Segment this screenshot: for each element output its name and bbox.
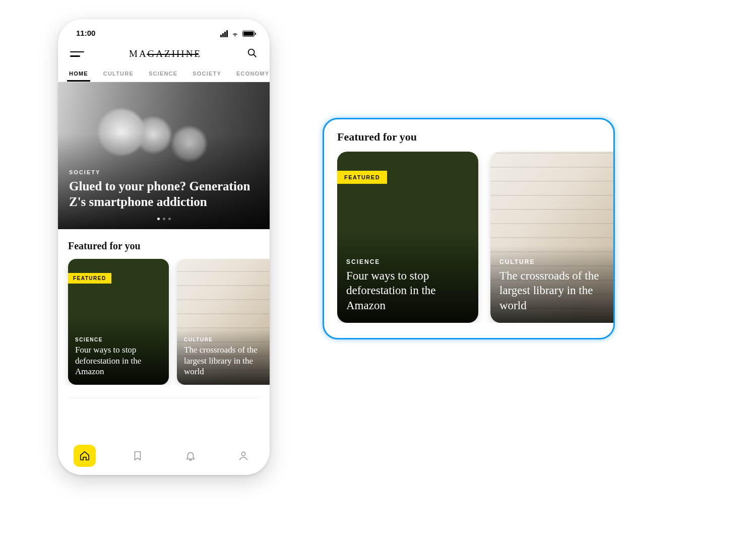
bottom-tabbar xyxy=(58,437,270,475)
card-category: SCIENCE xyxy=(346,258,469,265)
wifi-icon xyxy=(231,31,239,37)
tab-label: CULTURE xyxy=(103,71,134,77)
tabbar-bookmarks[interactable] xyxy=(127,445,149,467)
hero-article[interactable]: SOCIETY Glued to your phone? Generation … xyxy=(58,82,270,229)
phone-frame: 11:00 MAGAZIIINE HOME CULTURE SCIENCE S xyxy=(58,19,270,475)
card-category: CULTURE xyxy=(499,258,613,265)
tabbar-notifications[interactable] xyxy=(179,445,202,467)
tab-culture[interactable]: CULTURE xyxy=(101,65,136,82)
category-tabs: HOME CULTURE SCIENCE SOCIETY ECONOMY xyxy=(58,65,270,82)
home-icon xyxy=(79,450,90,461)
tab-label: SOCIETY xyxy=(193,71,221,77)
bell-icon xyxy=(185,450,196,461)
tab-economy[interactable]: ECONOMY xyxy=(234,65,270,82)
featured-panel-callout: Featured for you FEATURED SCIENCE Four w… xyxy=(323,118,615,339)
cellular-icon xyxy=(220,30,228,37)
profile-icon xyxy=(238,450,249,461)
dot[interactable] xyxy=(163,218,165,220)
featured-card[interactable]: FEATURED SCIENCE Four ways to stop defor… xyxy=(337,152,478,323)
featured-card[interactable]: CULTURE The crossroads of the largest li… xyxy=(177,259,270,385)
status-time: 11:00 xyxy=(76,29,95,37)
tab-home[interactable]: HOME xyxy=(67,65,90,82)
featured-card[interactable]: FEATURED SCIENCE Four ways to stop defor… xyxy=(68,259,169,385)
menu-icon[interactable] xyxy=(70,51,84,57)
tabbar-profile[interactable] xyxy=(232,445,255,467)
featured-badge: FEATURED xyxy=(337,171,387,184)
featured-card[interactable]: CULTURE The crossroads of the largest li… xyxy=(490,152,613,323)
featured-card-row[interactable]: FEATURED SCIENCE Four ways to stop defor… xyxy=(337,152,613,323)
card-category: SCIENCE xyxy=(75,337,162,342)
svg-point-2 xyxy=(241,452,245,456)
bookmark-icon xyxy=(132,450,143,461)
status-icons xyxy=(220,30,255,37)
svg-line-1 xyxy=(254,54,256,57)
divider xyxy=(68,398,260,398)
battery-icon xyxy=(242,31,255,37)
status-bar: 11:00 xyxy=(58,19,270,37)
card-category: CULTURE xyxy=(184,337,270,342)
card-title: The crossroads of the largest library in… xyxy=(499,268,613,313)
carousel-dots xyxy=(69,218,259,220)
card-title: Four ways to stop deforestation in the A… xyxy=(346,268,469,313)
hero-title: Glued to your phone? Generation Z's smar… xyxy=(69,178,259,210)
brand-logo: MAGAZIIINE xyxy=(129,48,202,59)
search-icon[interactable] xyxy=(246,47,258,60)
tab-label: SCIENCE xyxy=(149,71,177,77)
card-title: Four ways to stop deforestation in the A… xyxy=(75,344,162,377)
hero-category: SOCIETY xyxy=(69,169,259,175)
tab-society[interactable]: SOCIETY xyxy=(191,65,223,82)
tabbar-home[interactable] xyxy=(74,445,96,467)
featured-badge: FEATURED xyxy=(68,273,111,284)
tab-label: HOME xyxy=(69,71,88,77)
dot[interactable] xyxy=(157,218,160,220)
app-header: MAGAZIIINE xyxy=(58,37,270,65)
section-title-featured: Featured for you xyxy=(58,229,270,259)
tab-label: ECONOMY xyxy=(236,71,269,77)
tab-science[interactable]: SCIENCE xyxy=(147,65,179,82)
svg-point-0 xyxy=(248,49,255,55)
featured-card-row[interactable]: FEATURED SCIENCE Four ways to stop defor… xyxy=(58,259,270,385)
dot[interactable] xyxy=(168,218,171,220)
section-title-featured: Featured for you xyxy=(337,130,613,152)
card-title: The crossroads of the largest library in… xyxy=(184,344,270,377)
